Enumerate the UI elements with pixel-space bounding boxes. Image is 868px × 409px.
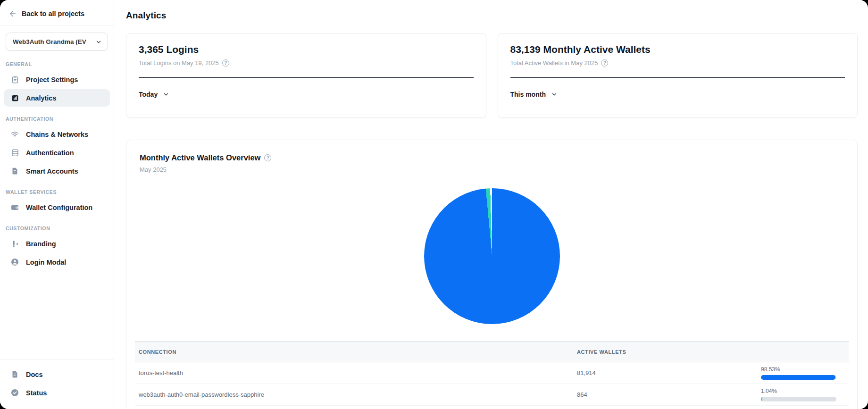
col-header-connection: CONNECTION — [139, 349, 577, 355]
sidebar-item-label: Status — [26, 389, 47, 397]
back-to-projects-link[interactable]: Back to all projects — [0, 0, 114, 25]
sidebar-item-label: Smart Accounts — [26, 167, 78, 175]
percent-label: 1.04% — [761, 388, 845, 394]
chevron-down-icon — [551, 91, 558, 98]
percent-bar-fill — [761, 397, 762, 401]
sidebar-section-label: WALLET SERVICES — [0, 181, 114, 198]
active-wallets-count: 81,914 — [577, 369, 761, 376]
back-label: Back to all projects — [22, 10, 84, 17]
sidebar-item-status[interactable]: Status — [4, 384, 110, 401]
wallets-stat-subtitle: Total Active Wallets in May 2025 — [510, 59, 598, 67]
wallets-stat-heading: 83,139 Monthly Active Wallets — [510, 44, 845, 55]
sidebar-divider — [0, 25, 114, 26]
page-title: Analytics — [126, 10, 858, 21]
col-header-active-wallets: ACTIVE WALLETS — [577, 349, 761, 355]
project-selector[interactable]: Web3Auth Grandma (EV — [6, 33, 108, 51]
project-selector-value: Web3Auth Grandma (EV — [13, 38, 86, 45]
help-icon[interactable]: ? — [601, 59, 608, 67]
logins-range-dropdown[interactable]: Today — [139, 91, 169, 98]
table-header-row: CONNECTION ACTIVE WALLETS — [135, 341, 849, 362]
file-icon — [10, 370, 19, 379]
percent-bar-track — [761, 397, 836, 401]
user-circle-icon — [10, 258, 19, 267]
table-body: torus-test-health81,91498.53%web3auth-au… — [135, 362, 849, 409]
percent-bar-fill — [761, 375, 835, 380]
logins-stat-subtitle: Total Logins on May 19, 2025 — [139, 59, 219, 67]
help-icon[interactable]: ? — [222, 59, 229, 67]
stat-divider — [510, 77, 845, 78]
sidebar-nav: GENERALProject SettingsAnalyticsAUTHENTI… — [0, 53, 114, 272]
wallets-stat-card: 83,139 Monthly Active Wallets Total Acti… — [498, 33, 858, 118]
main-content: Analytics 3,365 Logins Total Logins on M… — [114, 0, 868, 409]
active-wallets-pie-chart[interactable] — [424, 188, 560, 324]
wifi-icon — [10, 130, 19, 139]
sidebar-item-project-settings[interactable]: Project Settings — [4, 71, 110, 88]
table-row[interactable]: torus-test-health81,91498.53% — [135, 362, 849, 384]
logins-stat-card: 3,365 Logins Total Logins on May 19, 202… — [126, 33, 486, 118]
sidebar-item-smart-accounts[interactable]: Smart Accounts — [4, 162, 110, 180]
wallets-range-value: This month — [510, 91, 546, 98]
back-arrow-icon — [8, 9, 17, 18]
wallets-range-dropdown[interactable]: This month — [510, 91, 558, 98]
sidebar-section-label: AUTHENTICATION — [0, 108, 114, 125]
sidebar-item-branding[interactable]: Branding — [4, 235, 110, 252]
sidebar-item-wallet-configuration[interactable]: Wallet Configuration — [4, 199, 110, 216]
chevron-down-icon — [95, 39, 102, 45]
sidebar-item-analytics[interactable]: Analytics — [4, 89, 110, 107]
clipboard-icon — [10, 75, 19, 84]
help-icon[interactable]: ? — [264, 154, 271, 161]
wallet-icon — [10, 203, 19, 212]
sidebar-item-label: Chains & Networks — [26, 131, 88, 138]
chevron-down-icon — [163, 91, 169, 98]
connection-name: torus-test-health — [139, 369, 577, 376]
percent-bar-track — [761, 375, 836, 380]
sidebar-item-label: Analytics — [26, 94, 56, 102]
connections-table: CONNECTION ACTIVE WALLETS torus-test-hea… — [135, 341, 849, 409]
sidebar-section-label: CUSTOMIZATION — [0, 217, 114, 234]
logins-stat-heading: 3,365 Logins — [139, 44, 474, 55]
brush-icon — [10, 239, 19, 248]
sidebar-footer: DocsStatus — [0, 359, 114, 409]
overview-subtitle: May 2025 — [140, 166, 844, 173]
analytics-chart-icon — [10, 93, 19, 102]
database-icon — [10, 148, 19, 157]
sidebar-item-docs[interactable]: Docs — [4, 366, 110, 383]
sidebar-item-label: Branding — [26, 240, 56, 248]
percent-cell: 98.53% — [761, 366, 845, 380]
table-row[interactable]: web3auth-google-sapphire1450.17% — [135, 406, 849, 409]
table-row[interactable]: web3auth-auth0-email-passwordless-sapphi… — [135, 384, 849, 406]
percent-label: 98.53% — [761, 366, 845, 373]
wallets-overview-card: Monthly Active Wallets Overview ? May 20… — [126, 140, 858, 409]
logins-range-value: Today — [139, 91, 158, 98]
connection-name: web3auth-auth0-email-passwordless-sapphi… — [139, 391, 577, 398]
sidebar-item-label: Docs — [26, 371, 42, 378]
web3auth-dashboard: Back to all projects Web3Auth Grandma (E… — [0, 0, 868, 409]
sidebar-item-authentication[interactable]: Authentication — [4, 144, 110, 161]
active-wallets-count: 864 — [577, 391, 761, 398]
sidebar-item-label: Authentication — [26, 149, 74, 157]
sidebar-footer-divider — [0, 359, 114, 360]
sidebar-item-label: Wallet Configuration — [26, 204, 92, 211]
stat-divider — [139, 77, 474, 78]
percent-cell: 1.04% — [761, 388, 845, 401]
file-icon — [10, 167, 19, 175]
sidebar-item-login-modal[interactable]: Login Modal — [4, 253, 110, 271]
sidebar-item-chains-networks[interactable]: Chains & Networks — [4, 125, 110, 143]
sidebar-section-label: GENERAL — [0, 53, 114, 70]
sidebar-item-label: Login Modal — [26, 259, 66, 266]
overview-title: Monthly Active Wallets Overview — [140, 153, 260, 162]
sidebar: Back to all projects Web3Auth Grandma (E… — [0, 0, 114, 409]
check-circle-icon — [10, 388, 19, 397]
sidebar-item-label: Project Settings — [26, 76, 78, 83]
stat-card-row: 3,365 Logins Total Logins on May 19, 202… — [126, 33, 858, 118]
